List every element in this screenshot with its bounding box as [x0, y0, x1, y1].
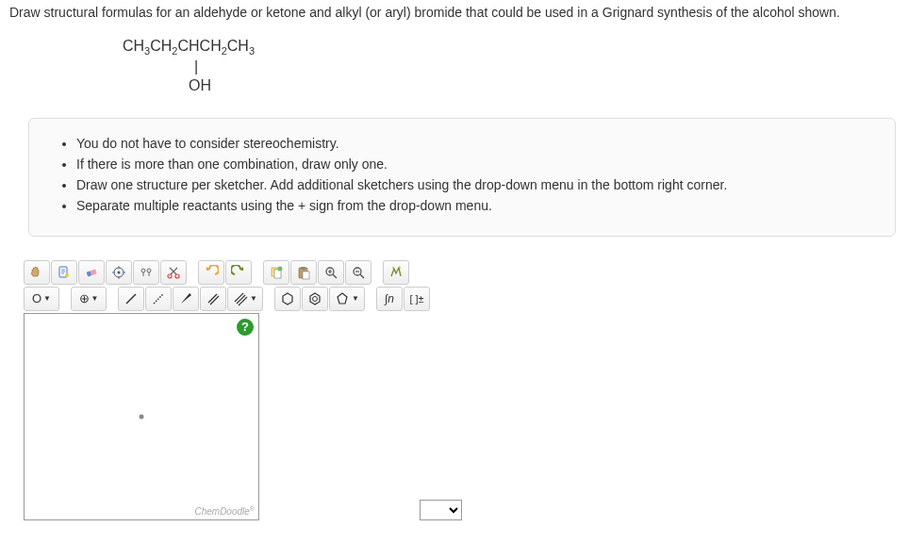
- instruction-item: If there is more than one combination, d…: [76, 156, 871, 172]
- flip-button[interactable]: [383, 260, 409, 285]
- charge-button[interactable]: ⊕▼: [71, 287, 107, 311]
- svg-point-12: [278, 266, 283, 271]
- element-picker-button[interactable]: O▼: [24, 287, 59, 311]
- benzene-ring-button[interactable]: [274, 287, 301, 311]
- help-button[interactable]: ?: [237, 319, 254, 336]
- zoom-in-button[interactable]: [318, 260, 344, 285]
- svg-point-19: [399, 267, 401, 269]
- svg-point-18: [392, 267, 394, 269]
- svg-point-22: [313, 296, 318, 301]
- instruction-item: Draw one structure per sketcher. Add add…: [76, 177, 871, 192]
- svg-point-5: [118, 271, 121, 273]
- double-bond-button[interactable]: [200, 287, 226, 311]
- svg-marker-20: [283, 293, 292, 305]
- canvas-placeholder-dot: [140, 414, 144, 419]
- wedge-bond-button[interactable]: [173, 287, 199, 311]
- center-tool-button[interactable]: [106, 260, 132, 285]
- svg-point-1: [65, 273, 69, 277]
- cyclohexane-ring-button[interactable]: [302, 287, 328, 311]
- clean-tool-button[interactable]: [133, 260, 159, 285]
- single-bond-button[interactable]: [118, 287, 144, 311]
- svg-point-7: [147, 269, 151, 272]
- brackets-tool-button[interactable]: [ ]±: [404, 287, 430, 311]
- toolbar-row-1: [24, 260, 915, 285]
- undo-button[interactable]: [198, 260, 224, 285]
- svg-point-9: [175, 274, 179, 278]
- toolbar-row-2: O▼ ⊕▼ ▼: [24, 287, 915, 311]
- ring-picker-button[interactable]: ▼: [329, 287, 365, 311]
- chain-tool-button[interactable]: ∫n: [376, 287, 403, 311]
- instructions-box: You do not have to consider stereochemis…: [28, 118, 896, 237]
- cut-tool-button[interactable]: [160, 260, 187, 285]
- add-sketcher-dropdown[interactable]: [420, 500, 462, 520]
- lasso-tool-button[interactable]: [51, 260, 77, 285]
- sketcher-canvas[interactable]: ? ChemDoodle®: [24, 313, 259, 520]
- svg-rect-15: [303, 272, 309, 279]
- triple-bond-button[interactable]: ▼: [227, 287, 263, 311]
- eraser-tool-button[interactable]: [78, 260, 105, 285]
- svg-rect-14: [301, 267, 305, 270]
- svg-point-8: [168, 274, 172, 278]
- hand-tool-button[interactable]: [24, 260, 50, 285]
- target-molecule-formula: CH3CH2CHCH2CH3 | OH: [123, 37, 915, 94]
- instruction-item: Separate multiple reactants using the + …: [76, 198, 871, 213]
- zoom-out-button[interactable]: [345, 260, 371, 285]
- chemdoodle-sketcher: O▼ ⊕▼ ▼: [24, 260, 915, 520]
- copy-button[interactable]: [263, 260, 289, 285]
- svg-marker-23: [338, 293, 347, 304]
- redo-button[interactable]: [225, 260, 252, 285]
- svg-marker-21: [310, 293, 320, 305]
- question-prompt: Draw structural formulas for an aldehyde…: [9, 5, 915, 20]
- recessed-bond-button[interactable]: [145, 287, 172, 311]
- paste-button[interactable]: [290, 260, 317, 285]
- instruction-item: You do not have to consider stereochemis…: [76, 136, 871, 151]
- svg-point-6: [141, 269, 145, 272]
- chemdoodle-branding: ChemDoodle®: [194, 505, 255, 517]
